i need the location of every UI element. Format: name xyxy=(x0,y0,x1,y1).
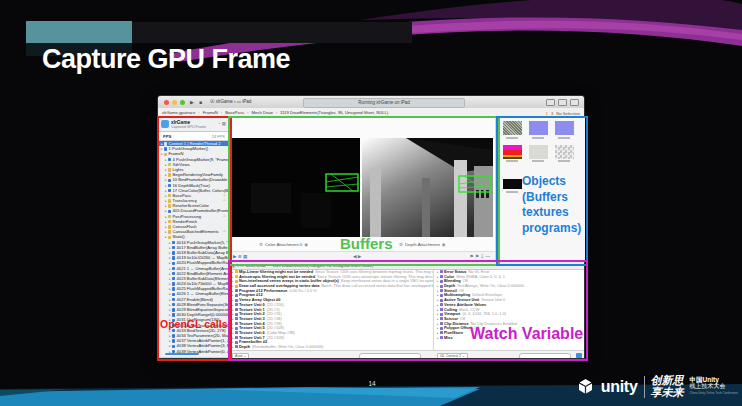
disclosure-triangle-icon[interactable]: ▸ xyxy=(437,284,439,288)
disclosure-triangle-icon[interactable]: ▸ xyxy=(437,293,439,297)
disclosure-triangle-icon[interactable]: ▸ xyxy=(232,279,234,283)
left-filter-field[interactable] xyxy=(359,353,421,359)
disclosure-triangle-icon[interactable]: ▸ xyxy=(232,298,234,302)
variable-row[interactable]: ▸Depth(Renderbuffer, Write On, Clear 0.0… xyxy=(229,345,433,350)
disclosure-triangle-icon[interactable]: ▸ xyxy=(232,345,234,349)
context-scope-dropdown[interactable]: GL Context 2 ⌄ xyxy=(437,353,468,359)
call-type-icon xyxy=(172,282,175,285)
texture-thumbnail-cell[interactable] xyxy=(529,145,548,163)
variable-type-icon xyxy=(440,313,443,316)
texture-thumbnail-cell[interactable] xyxy=(529,121,548,139)
fps-row[interactable]: FPS 24 FPS xyxy=(159,132,228,141)
jumpbar-segment[interactable]: FrameN xyxy=(203,110,226,115)
disclosure-triangle-icon[interactable]: ▸ xyxy=(437,289,439,293)
variable-type-icon xyxy=(235,313,238,316)
slide: Capture GPU Frame ▶ ■ Ⓐ xlrGame › ▭ iPad… xyxy=(0,0,742,406)
variable-detail: (Cube Map #98) xyxy=(267,331,295,335)
texture-thumbnail[interactable] xyxy=(529,121,548,135)
standard-editor-button[interactable] xyxy=(546,99,555,106)
disclosure-triangle-icon[interactable]: ▸ xyxy=(232,308,234,312)
disclosure-triangle-icon[interactable]: ▸ xyxy=(437,303,439,307)
disclosure-triangle-icon[interactable]: ▸ xyxy=(232,303,234,307)
call-type-icon xyxy=(172,293,175,296)
utilities-toggle-button[interactable] xyxy=(570,99,579,106)
texture-thumbnail-cell[interactable] xyxy=(555,145,574,163)
framebuffer-toolbar: ▶ ≣ ▦ ◀ ▶ ⚑ ⚑ ↧ — xyxy=(229,251,495,261)
jumpbar-segment[interactable]: 1119 DrawElements(Triangles, 96, Unsigne… xyxy=(280,110,388,115)
left-scope-dropdown[interactable]: Auto ⌄ xyxy=(232,353,249,359)
texture-thumbnail[interactable] xyxy=(555,121,574,135)
disclosure-triangle-icon[interactable]: ▸ xyxy=(437,331,439,335)
disclosure-triangle-icon[interactable]: ▸ xyxy=(437,275,439,279)
eye-icon[interactable]: ◉ xyxy=(442,242,446,247)
disclosure-triangle-icon[interactable]: ▸ xyxy=(232,275,234,279)
scheme-selector[interactable]: Ⓐ xlrGame › ▭ iPad xyxy=(210,99,251,104)
texture-thumbnail[interactable] xyxy=(503,145,522,159)
gear-icon[interactable]: ⚙ xyxy=(259,242,263,247)
jumpbar-segment[interactable]: BasePass xyxy=(225,110,251,115)
run-button[interactable]: ▶ xyxy=(190,99,194,105)
footer-slogan: 创新思享未来 xyxy=(651,375,684,398)
disclosure-triangle-icon[interactable]: ▸ xyxy=(437,322,439,326)
disclosure-triangle-icon[interactable]: ▸ xyxy=(232,326,234,330)
close-window-button[interactable] xyxy=(164,100,169,105)
right-filter-field[interactable] xyxy=(519,353,571,359)
variable-type-icon xyxy=(235,270,238,273)
eye-icon[interactable]: ◉ xyxy=(304,242,308,247)
disclosure-triangle-icon[interactable]: ▸ xyxy=(232,289,234,293)
texture-caption xyxy=(532,160,544,162)
console-toggle-button[interactable] xyxy=(576,353,582,358)
jumpbar-segment[interactable]: Mesh Draw xyxy=(251,110,280,115)
texture-thumbnail[interactable] xyxy=(555,145,574,159)
color-attachment-image[interactable] xyxy=(231,138,360,237)
gear-icon[interactable]: ⚙ xyxy=(399,242,403,247)
jumpbar-segment[interactable]: xlrGame.gputrace xyxy=(162,110,203,115)
navigator-header-icons[interactable]: ◔ ▦ xyxy=(218,121,226,126)
assistant-editor-button[interactable] xyxy=(558,99,567,106)
disclosure-triangle-icon[interactable]: ▸ xyxy=(232,293,234,297)
call-type-icon xyxy=(168,173,171,176)
texture-thumbnail-cell[interactable] xyxy=(503,145,522,163)
call-type-icon xyxy=(168,158,171,161)
disclosure-triangle-icon[interactable]: ▸ xyxy=(437,326,439,330)
disclosure-triangle-icon[interactable]: ▸ xyxy=(232,317,234,321)
disclosure-triangle-icon[interactable]: ▸ xyxy=(437,308,439,312)
disclosure-triangle-icon[interactable]: ▸ xyxy=(437,336,439,340)
disclosure-triangle-icon[interactable]: ▸ xyxy=(437,317,439,321)
zoom-window-button[interactable] xyxy=(180,100,185,105)
disclosure-triangle-icon[interactable]: ▸ xyxy=(437,279,439,283)
disclosure-triangle-icon[interactable]: ▸ xyxy=(437,312,439,316)
disclosure-triangle-icon[interactable]: ▸ xyxy=(437,298,439,302)
warning-count-badge[interactable]: 1 xyxy=(546,111,548,116)
variable-name: Misc xyxy=(444,336,453,340)
frame-nav-controls[interactable]: ◀ ▶ xyxy=(353,254,361,259)
disclosure-triangle-icon[interactable]: ▸ xyxy=(232,340,234,344)
jumpbar-segment[interactable]: 1119 DrawElements(Triangles, 96, Unsigne… xyxy=(273,263,373,268)
jumpbar-segment[interactable]: Mesh Draw xyxy=(246,263,273,268)
flag-controls[interactable]: ⚑ ⚑ ↧ — xyxy=(469,254,490,259)
disclosure-triangle-icon[interactable]: ▸ xyxy=(437,270,439,274)
disclosure-triangle-icon[interactable]: ▸ xyxy=(232,270,234,274)
variable-type-icon xyxy=(440,336,443,339)
minimize-window-button[interactable] xyxy=(172,100,177,105)
texture-thumbnail[interactable] xyxy=(503,121,522,135)
texture-thumbnail[interactable] xyxy=(529,145,548,159)
texture-thumbnail-cell[interactable] xyxy=(555,121,574,139)
navigator-scrollbar[interactable] xyxy=(165,353,199,355)
disclosure-triangle-icon[interactable]: ▸ xyxy=(232,312,234,316)
texture-thumbnail-cell[interactable] xyxy=(503,179,522,193)
error-count-badge[interactable]: 3 xyxy=(551,111,553,116)
stop-button[interactable]: ■ xyxy=(199,99,202,105)
depth-attachment-image[interactable] xyxy=(362,138,493,237)
disclosure-triangle-icon[interactable]: ▸ xyxy=(232,336,234,340)
variable-name: Active Texture Unit xyxy=(444,298,479,302)
call-type-icon xyxy=(168,199,171,202)
disclosure-triangle-icon[interactable]: ▸ xyxy=(232,322,234,326)
texture-thumbnail[interactable] xyxy=(503,179,522,189)
variable-row[interactable]: ▸Misc xyxy=(434,336,584,341)
playback-controls[interactable]: ▶ ≣ ▦ xyxy=(233,254,247,259)
disclosure-triangle-icon[interactable]: ▸ xyxy=(232,284,234,288)
disclosure-triangle-icon[interactable]: ▸ xyxy=(232,331,234,335)
variables-jumpbar-icons[interactable]: ◧ ⌗ ⚠ xyxy=(232,263,244,268)
texture-thumbnail-cell[interactable] xyxy=(503,121,522,139)
